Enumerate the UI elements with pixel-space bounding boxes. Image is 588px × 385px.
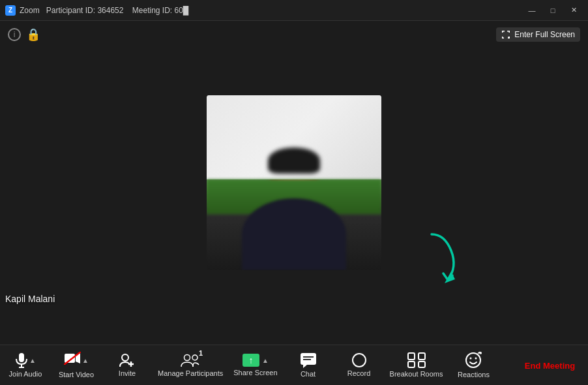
svg-point-7 — [122, 354, 128, 361]
video-feed — [207, 95, 381, 270]
chat-icon — [300, 352, 317, 368]
meeting-id: Meeting ID: 60█ — [132, 6, 189, 15]
maximize-button[interactable]: □ — [544, 4, 562, 17]
record-button[interactable]: Record — [334, 345, 385, 386]
app-name: Zoom — [20, 6, 40, 15]
share-screen-button[interactable]: ▲ Share Screen — [228, 345, 282, 386]
info-icon[interactable]: i — [8, 28, 21, 41]
svg-rect-16 — [408, 353, 415, 360]
svg-rect-14 — [303, 356, 314, 358]
record-icon — [352, 353, 366, 367]
join-audio-button[interactable]: ▲ Join Audio — [0, 345, 51, 386]
svg-marker-13 — [303, 365, 307, 368]
minimize-button[interactable]: — — [523, 4, 541, 17]
microphone-icon: ▲ — [15, 352, 36, 368]
end-meeting-label: End Meeting — [525, 361, 575, 371]
svg-rect-18 — [408, 362, 415, 367]
reactions-label: Reactions — [458, 371, 490, 378]
reactions-icon: + — [465, 352, 482, 369]
participant-id: Participant ID: 364652 — [46, 6, 124, 15]
title-text: Zoom Participant ID: 364652 Meeting ID: … — [20, 6, 523, 15]
fullscreen-icon — [501, 30, 510, 39]
svg-point-20 — [466, 353, 480, 367]
start-video-button[interactable]: ▲ Start Video — [51, 345, 102, 386]
breakout-rooms-icon — [407, 352, 426, 368]
svg-point-10 — [184, 355, 190, 361]
svg-point-22 — [475, 358, 477, 360]
manage-participants-label: Manage Participants — [158, 369, 223, 377]
start-video-label: Start Video — [59, 371, 94, 378]
video-bg-white — [207, 95, 381, 179]
toolbar: ▲ Join Audio ▲ Start Video — [0, 345, 588, 385]
svg-point-11 — [192, 355, 198, 360]
video-person — [207, 95, 381, 270]
chat-label: Chat — [301, 370, 316, 378]
breakout-rooms-button[interactable]: Breakout Rooms — [385, 345, 448, 386]
window-controls: — □ ✕ — [523, 4, 583, 17]
chat-button[interactable]: Chat — [283, 345, 334, 386]
fullscreen-label: Enter Full Screen — [514, 30, 575, 39]
breakout-rooms-label: Breakout Rooms — [390, 370, 443, 378]
top-left-icons: i 🔒 — [8, 27, 40, 42]
start-video-caret[interactable]: ▲ — [82, 357, 89, 364]
main-area: i 🔒 Enter Full Screen Kapil Malani — [0, 21, 588, 345]
participant-name: Kapil Malani — [5, 294, 55, 304]
invite-label: Invite — [119, 369, 136, 377]
close-button[interactable]: ✕ — [565, 4, 583, 17]
invite-icon — [119, 353, 135, 367]
share-screen-icon — [243, 354, 259, 367]
svg-point-21 — [470, 358, 472, 360]
end-meeting-button[interactable]: End Meeting — [512, 345, 588, 385]
svg-rect-17 — [419, 353, 425, 360]
svg-rect-19 — [419, 362, 425, 367]
join-audio-label: Join Audio — [9, 370, 42, 378]
share-screen-label: Share Screen — [233, 369, 277, 377]
join-audio-caret[interactable]: ▲ — [29, 357, 36, 364]
video-icon: ▲ — [64, 352, 89, 369]
invite-button[interactable]: Invite — [102, 345, 153, 386]
participants-icon: 1 — [181, 353, 200, 367]
manage-participants-button[interactable]: 1 Manage Participants — [153, 345, 228, 386]
video-body — [242, 198, 346, 270]
zoom-logo: Z — [5, 5, 16, 16]
svg-rect-1 — [19, 353, 24, 362]
share-screen-caret[interactable]: ▲ — [262, 357, 269, 364]
participant-count: 1 — [199, 349, 203, 357]
lock-icon[interactable]: 🔒 — [26, 27, 40, 42]
reactions-button[interactable]: + Reactions — [448, 345, 499, 386]
share-screen-icon-wrap: ▲ — [243, 354, 269, 367]
record-label: Record — [347, 369, 370, 377]
title-bar: Z Zoom Participant ID: 364652 Meeting ID… — [0, 0, 588, 21]
breakout-arrow — [419, 231, 464, 292]
svg-rect-15 — [303, 359, 311, 360]
fullscreen-button[interactable]: Enter Full Screen — [496, 27, 580, 42]
